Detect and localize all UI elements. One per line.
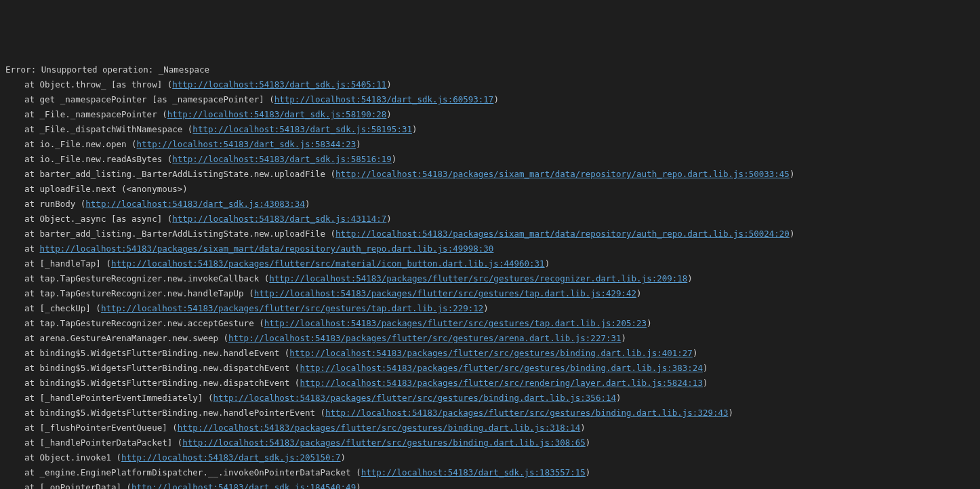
stack-frame: at barter_add_listing._BarterAddListingS… [5,167,975,182]
stack-frame: at tap.TapGestureRecognizer.new.handleTa… [5,286,975,301]
stack-frame-prefix: at [_handlePointerDataPacket] ( [24,437,182,448]
stack-frame-link[interactable]: http://localhost:54183/packages/flutter/… [111,258,545,269]
stack-frame-link[interactable]: http://localhost:54183/dart_sdk.js:43114… [172,214,386,224]
stack-frame-prefix: at tap.TapGestureRecognizer.new.acceptGe… [24,318,264,328]
stack-frame-suffix: ) [386,214,392,224]
stack-frame-prefix: at _File._namespacePointer ( [24,109,167,119]
stack-frame-suffix: ) [356,482,361,489]
stack-frame-link[interactable]: http://localhost:54183/packages/flutter/… [300,363,703,373]
stack-frame-link[interactable]: http://localhost:54183/packages/flutter/… [325,408,729,418]
stack-frame-suffix: ) [356,139,361,149]
stack-frame-link[interactable]: http://localhost:54183/packages/flutter/… [182,437,586,448]
stack-frame-prefix: at Object.invoke1 ( [24,452,121,463]
stack-frame-link[interactable]: http://localhost:54183/packages/sixam_ma… [40,243,494,254]
error-header: Error: Unsupported operation: _Namespace [5,62,975,77]
stack-frame: at binding$5.WidgetsFlutterBinding.new.h… [5,346,975,361]
stack-frame: at [_onPointerData] (http://localhost:54… [5,480,975,489]
stack-frame-link[interactable]: http://localhost:54183/dart_sdk.js:58344… [137,139,356,149]
stack-frame: at tap.TapGestureRecognizer.new.invokeCa… [5,271,975,286]
stack-frame-prefix: at barter_add_listing._BarterAddListingS… [24,169,335,179]
stack-frame-prefix: at binding$5.WidgetsFlutterBinding.new.d… [24,378,300,388]
stack-frame-suffix: ) [729,408,734,418]
stack-frame: at runBody (http://localhost:54183/dart_… [5,197,975,212]
stack-frame-suffix: ) [616,393,621,403]
stack-frame-link[interactable]: http://localhost:54183/packages/flutter/… [264,318,647,328]
stack-frame-suffix: ) [790,169,795,179]
stack-frame-link[interactable]: http://localhost:54183/packages/flutter/… [228,333,621,343]
stack-frame-prefix: at _File._dispatchWithNamespace ( [24,124,192,134]
stack-frame: at [_flushPointerEventQueue] (http://loc… [5,420,975,435]
stack-frame-prefix: at arena.GestureArenaManager.new.sweep ( [24,333,228,343]
stack-frame: at [_handlePointerDataPacket] (http://lo… [5,435,975,450]
stack-frame-prefix: at get _namespacePointer [as _namespaceP… [24,94,274,104]
stack-frame-link[interactable]: http://localhost:54183/dart_sdk.js:58190… [167,109,387,119]
stack-frame-link[interactable]: http://localhost:54183/packages/flutter/… [289,348,693,358]
stack-frame-link[interactable]: http://localhost:54183/packages/flutter/… [269,273,687,283]
stack-frame-link[interactable]: http://localhost:54183/packages/sixam_ma… [335,229,790,239]
stack-frame: at get _namespacePointer [as _namespaceP… [5,92,975,107]
stack-frame-suffix: ) [687,273,693,283]
stack-frame-suffix: ) [545,258,550,269]
stack-frame-link[interactable]: http://localhost:54183/packages/flutter/… [300,378,703,388]
stack-frame-link[interactable]: http://localhost:54183/dart_sdk.js:5405:… [172,79,386,90]
stack-frame-suffix: ) [636,288,642,298]
stack-frame: at [_handlePointerEventImmediately] (htt… [5,391,975,406]
stack-frame-prefix: at [_handlePointerEventImmediately] ( [24,393,213,403]
stack-frame: at _File._dispatchWithNamespace (http://… [5,122,975,137]
stack-frame-prefix: at runBody ( [24,199,85,209]
stack-frame-link[interactable]: http://localhost:54183/dart_sdk.js:20515… [121,452,341,463]
stack-frame-link[interactable]: http://localhost:54183/packages/sixam_ma… [335,169,790,179]
stack-frame-link[interactable]: http://localhost:54183/dart_sdk.js:18454… [131,482,356,489]
stack-frame: at [_handleTap] (http://localhost:54183/… [5,256,975,271]
stack-frame-link[interactable]: http://localhost:54183/dart_sdk.js:58516… [172,154,392,164]
stack-frame-link[interactable]: http://localhost:54183/dart_sdk.js:18355… [361,467,586,477]
stack-frame-suffix: ) [386,79,392,90]
stack-frame-prefix: at tap.TapGestureRecognizer.new.handleTa… [24,288,254,298]
stack-frame-suffix: ) [703,363,708,373]
stack-frame-prefix: at Object._async [as async] ( [24,214,172,224]
stack-frame-prefix: at binding$5.WidgetsFlutterBinding.new.h… [24,408,325,418]
stack-frame-link[interactable]: http://localhost:54183/dart_sdk.js:60593… [274,94,494,104]
stack-frame: at arena.GestureArenaManager.new.sweep (… [5,331,975,346]
stack-frame-suffix: ) [703,378,708,388]
stack-frame-suffix: ) [412,124,417,134]
stack-frame-link[interactable]: http://localhost:54183/packages/flutter/… [101,303,483,313]
stack-frame-prefix: at [_checkUp] ( [24,303,101,313]
stack-frame-suffix: ) [580,423,586,433]
stack-frame-suffix: ) [392,154,397,164]
stack-frame: at Object._async [as async] (http://loca… [5,212,975,227]
stack-frame: at [_checkUp] (http://localhost:54183/pa… [5,301,975,316]
stack-frame-suffix: ) [305,199,310,209]
stack-frame-suffix: ) [647,318,652,328]
stack-frame-link[interactable]: http://localhost:54183/dart_sdk.js:43083… [85,199,305,209]
stack-frame-prefix: at _engine.EnginePlatformDispatcher.__.i… [24,467,361,477]
stack-frame-link[interactable]: http://localhost:54183/dart_sdk.js:58195… [192,124,412,134]
stack-frame-suffix: ) [586,467,591,477]
stack-frame: at binding$5.WidgetsFlutterBinding.new.d… [5,376,975,391]
stack-frame: at barter_add_listing._BarterAddListingS… [5,227,975,241]
stack-frame: at Object.throw_ [as throw] (http://loca… [5,77,975,92]
stack-frame-prefix: at binding$5.WidgetsFlutterBinding.new.h… [24,348,289,358]
stack-frame-link[interactable]: http://localhost:54183/packages/flutter/… [178,423,581,433]
stack-frame-prefix: at tap.TapGestureRecognizer.new.invokeCa… [24,273,269,283]
stack-frame-suffix: ) [586,437,591,448]
stack-frame-suffix: ) [483,303,489,313]
stack-frame-link[interactable]: http://localhost:54183/packages/flutter/… [213,393,616,403]
stack-frame: at io._File.new.open (http://localhost:5… [5,137,975,152]
stack-frame: at tap.TapGestureRecognizer.new.acceptGe… [5,316,975,331]
stack-frame: at Object.invoke1 (http://localhost:5418… [5,450,975,465]
stack-frame-suffix: ) [621,333,627,343]
stack-frame-suffix: ) [693,348,698,358]
stack-frame-prefix: at io._File.new.open ( [24,139,137,149]
stack-frame-prefix: at [_handleTap] ( [24,258,111,269]
stack-frame: at http://localhost:54183/packages/sixam… [5,241,975,256]
stack-frame-link[interactable]: http://localhost:54183/packages/flutter/… [254,288,636,298]
stack-frame-prefix: at io._File.new.readAsBytes ( [24,154,172,164]
stack-frame-suffix: ) [386,109,392,119]
stack-frame: at io._File.new.readAsBytes (http://loca… [5,152,975,167]
stack-frame-prefix: at [_onPointerData] ( [24,482,131,489]
stack-frame: at uploadFile.next (<anonymous>) [5,182,975,197]
stack-frame: at binding$5.WidgetsFlutterBinding.new.h… [5,406,975,420]
stack-frame-prefix: at [_flushPointerEventQueue] ( [24,423,178,433]
stack-frame-prefix: at uploadFile.next (<anonymous>) [24,184,188,194]
